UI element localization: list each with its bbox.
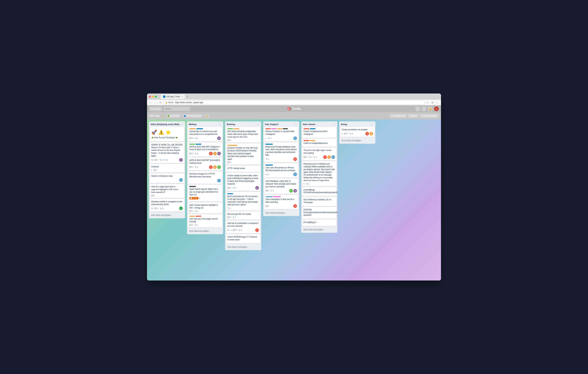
info-btn[interactable]: ? [422, 106, 426, 111]
notifications-btn[interactable]: 🔔 [428, 106, 432, 111]
card-nr1[interactable]: Crash CompleteAccountVC misaligned [302, 127, 336, 138]
card-title: [Crash][Bug] #GTourGeometryDownloadOpera… [304, 188, 335, 194]
card-avatar: C [217, 165, 221, 169]
list-cards-waiting: Cannot tap on camera icon and view photo… [187, 127, 223, 228]
card-meta: 👁 ≡ 💬 5📎 2P [227, 228, 259, 232]
slack-btn[interactable]: # Slack [408, 114, 418, 118]
user-avatar[interactable]: U [434, 106, 439, 111]
card-b2[interactable]: [CHECK PHONE IN THE OFFICE] [CHECK STEPH… [226, 144, 260, 165]
menu-show-btn[interactable]: ··· Menü anzeigen [420, 114, 438, 118]
card-c2[interactable]: SORRY IF HERE TILL WE DECIDE WHICH TO IN… [150, 142, 184, 163]
card-b5[interactable]: [BUG] Basically the FB Connection in the… [226, 192, 260, 210]
card-w3[interactable]: [APPLE BUG REPORT ]#####[iOS loading iss… [188, 158, 222, 170]
list-menu-btn-waiting[interactable]: ··· [218, 123, 221, 126]
card-w6[interactable]: Can't create segment highlight in iOS – … [188, 202, 222, 214]
maximize-button[interactable] [155, 96, 157, 98]
add-card-btn-user-support[interactable]: Eine Karte hinzufügen... [264, 211, 298, 215]
card-meta: 💬 2 [227, 139, 259, 141]
add-card-btn-waiting[interactable]: Eine Karte hinzufügen... [188, 229, 222, 233]
card-title: iPhone X buttons in paused state misalig… [265, 130, 297, 136]
card-w5[interactable]: Apple Watch App for Watch OS 1 can no lo… [188, 185, 222, 201]
list-cards-next-release: Crash CompleteAccountVC misalignedCrash … [301, 127, 337, 227]
card-b6[interactable]: We only get 401 HLs leads💬 4📎 2 [226, 211, 260, 220]
card-meta-item: 👁 [151, 159, 153, 161]
tab-close-btn[interactable]: × [182, 96, 183, 98]
new-tab-btn[interactable]: + [186, 95, 190, 98]
card-c1[interactable]: 🚀 ⚠️ ⭐🐢 How To Use This Board 🐢 [150, 127, 184, 141]
card-us2[interactable]: [Payment] Provide feedback to the user, … [264, 142, 298, 162]
extensions-btn[interactable]: ⊞ [431, 101, 434, 104]
card-title: [BUG] Basically the FB Connection in the… [227, 195, 259, 206]
card-d1[interactable]: iTunes purchases not created≡ 💬 9📎 3AB [340, 127, 374, 137]
card-b1[interactable]: [iOS MAIL] Routing configuration check w… [226, 127, 260, 143]
add-card-btn-next-release[interactable]: Eine Karte hinzufügen... [302, 228, 336, 232]
card-nr3[interactable]: The pin in the right upper corner isn't … [302, 148, 336, 160]
reload-btn[interactable]: ↻ [159, 101, 162, 104]
card-b8[interactable]: Check SDWebImage 3.7 released to avoid c… [226, 234, 260, 243]
card-meta: 💬 5 [227, 161, 259, 163]
card-b3[interactable]: HTTP routing issues [226, 166, 260, 172]
card-nr2[interactable]: Crash on ImageDatasource [302, 139, 336, 147]
search-input[interactable] [164, 107, 190, 111]
card-c5[interactable]: How do i swipe back from a segment highl… [150, 184, 184, 198]
list-menu-btn-next-release[interactable]: ··· [332, 123, 336, 126]
card-title: HTTP routing issues [227, 167, 259, 170]
address-field[interactable]: 🔒 Sicher https://trello.com/b/...ing/ios… [163, 101, 425, 104]
card-title: Can't create segment highlight in iOS – … [189, 204, 221, 209]
card-nr8[interactable]: [Crash][Bug] #... [302, 220, 336, 226]
list-menu-btn-backlog[interactable]: ··· [256, 123, 260, 126]
google-drive-btn[interactable]: △ Google Drive [390, 114, 407, 118]
card-c6[interactable]: Elevation profile in navigation mode imp… [150, 199, 184, 212]
card-w2[interactable]: [APPLE BUG REPORT 34#][iOS 2- Level of S… [188, 142, 222, 157]
card-nr6[interactable]: Out of Memory numbers 12s on Thursdays [302, 197, 336, 206]
due-badge: 🕐 4. Jan. [189, 197, 198, 199]
card-avatar: T [293, 173, 297, 176]
add-btn[interactable]: + [415, 106, 420, 111]
secure-label: Sicher [168, 101, 174, 104]
card-title: Crash CompleteAccountVC misaligned [304, 130, 335, 136]
close-button[interactable] [149, 96, 151, 98]
card-c4[interactable]: Scale is missing on mapS [150, 173, 184, 183]
card-meta: 💬 3📎 1 [189, 224, 221, 226]
board-star[interactable]: ★ [162, 114, 164, 117]
list-cards-inbox: 🚀 ⚠️ ⭐🐢 How To Use This Board 🐢SORRY IF … [149, 127, 185, 212]
card-w7[interactable]: Can't get out of the page 'cancel' missi… [188, 214, 222, 227]
card-us4[interactable]: User feedback: using 'feet' in 'distance… [264, 178, 298, 194]
card-title: Check outage at server side: silent push… [227, 174, 259, 185]
active-tab[interactable]: iOS App | Trello × [161, 94, 185, 99]
list-menu-btn-inbox[interactable]: ··· [180, 123, 183, 126]
slack-icon: # [410, 115, 411, 117]
add-card-btn-inbox[interactable]: Eine Karte hinzufügen... [150, 213, 184, 217]
card-nr4[interactable]: Planning a tour in Module and making it … [302, 161, 336, 186]
card-title: SORRY IF HERE TILL WE DECIDE WHICH TO IN… [151, 144, 183, 157]
list-menu-btn-doing[interactable]: ··· [370, 123, 374, 126]
minimize-button[interactable] [152, 96, 154, 98]
visibility-label: Für Team sichtbar [187, 115, 201, 117]
card-w4[interactable]: Backend changes for HTTPS (Blocked here … [188, 171, 222, 184]
list-menu-btn-user-support[interactable]: ··· [294, 123, 298, 126]
card-nr7[interactable]: [CRASH] KonturaporViewControllerViewCont… [302, 207, 336, 219]
card-labels [189, 128, 221, 129]
card-avatar: C [331, 155, 335, 159]
card-meta: 💬 1 [151, 195, 183, 197]
add-card-btn-doing[interactable]: Eine Karte hinzufügen... [340, 138, 374, 143]
list-title-waiting: Waiting [189, 123, 196, 125]
card-meta-item: 👁 [151, 207, 153, 209]
card-title: User can't find photos on iPhone SE (Per… [265, 166, 297, 172]
back-btn[interactable]: ← [149, 101, 153, 104]
card-us3[interactable]: User can't find photos on iPhone SE (Per… [264, 163, 298, 178]
add-card-btn-backlog[interactable]: Eine Karte hinzufügen... [226, 245, 260, 249]
card-nr5[interactable]: [Crash][Bug] #GTourGeometryDownloadOpera… [302, 187, 336, 196]
secure-icon: 🔒 [165, 101, 168, 104]
forward-btn[interactable]: → [154, 101, 158, 104]
card-b7[interactable]: Add link to contribution in ambient if y… [226, 221, 260, 233]
menu-btn[interactable]: ⋮ [435, 101, 439, 104]
card-b4[interactable]: Check outage at server side: silent push… [226, 173, 260, 191]
card-meta-item: 💬 2 [265, 190, 269, 192]
boards-button[interactable]: ⊞ Boards [149, 107, 162, 111]
card-w1[interactable]: Cannot tap on camera icon and view photo… [188, 127, 222, 141]
card-us5[interactable]: Voice Navigation in feet can be a little… [264, 195, 298, 209]
card-us1[interactable]: iPhone X buttons in paused state misalig… [264, 127, 298, 141]
bookmark-btn[interactable]: ☆ [426, 101, 430, 104]
card-c3[interactable]: Crashed≡ 💬 1 [150, 164, 184, 172]
